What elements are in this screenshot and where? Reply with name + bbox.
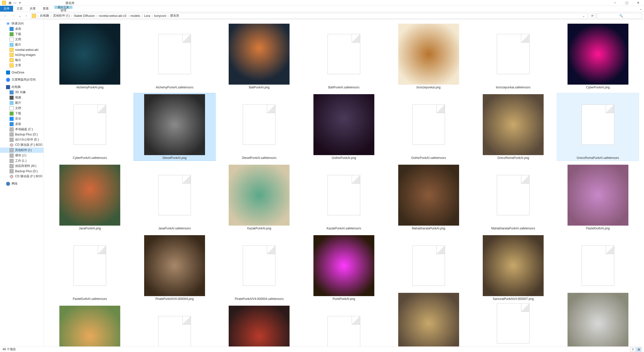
quick-icon — [10, 43, 14, 47]
sidebar-item[interactable]: 输出 — [0, 57, 44, 63]
file-item[interactable]: BaliPunkAI.png — [218, 22, 300, 90]
file-item[interactable]: SamuraiPunkAIv3-000007.png — [472, 234, 554, 302]
file-item[interactable] — [472, 304, 554, 346]
sidebar-item[interactable]: OneDrive — [0, 70, 44, 75]
bc-seg[interactable]: models — [129, 14, 141, 18]
tab-home[interactable]: 主页 — [13, 6, 26, 12]
file-item[interactable] — [557, 304, 639, 346]
file-item[interactable]: SolarpunkAI.png — [49, 304, 131, 346]
sidebar-item[interactable]: 此电脑 — [0, 84, 44, 90]
sidebar-item[interactable]: 设计办公软件 (E:) — [0, 137, 44, 142]
file-item[interactable]: GrecoRomaPunkAI.png — [472, 93, 554, 161]
view-thumbnails[interactable]: ▦ — [636, 347, 641, 352]
file-item[interactable]: AlchemyPunkAI.png — [49, 22, 131, 90]
sidebar-item[interactable]: 图片 — [0, 42, 44, 47]
file-item[interactable]: DieselPunkAI.png — [134, 93, 216, 161]
sidebar-item[interactable]: 百度网盘同步空间 — [0, 77, 44, 82]
file-thumbnail — [398, 235, 459, 296]
file-item[interactable]: PastelGothAI.safetensors — [49, 234, 131, 302]
sidebar-item[interactable]: 工作 (L:) — [0, 158, 44, 163]
sidebar-item[interactable]: 桌面 — [0, 26, 44, 31]
sidebar-item[interactable]: 下载 — [0, 111, 44, 116]
file-item[interactable]: SamuraiPunkAIv3-000007.safetensors — [557, 234, 639, 302]
file-item[interactable]: PiratePunkAIV4-000004.png — [134, 234, 216, 302]
sidebar-item[interactable]: 文章 — [0, 63, 44, 68]
bc-seg[interactable]: 其他软件 (I:) — [52, 14, 71, 18]
file-item[interactable]: SolarpunkAI.safetensors — [134, 304, 216, 346]
nav-back[interactable]: ← — [2, 13, 9, 19]
close-button[interactable]: ✕ — [632, 0, 644, 6]
sidebar-item[interactable]: 下载 — [0, 31, 44, 37]
sidebar-item[interactable]: CD 驱动器 (F:) BOO — [0, 174, 44, 179]
file-item[interactable]: CyberPunkAI.safetensors — [49, 93, 131, 161]
refresh-button[interactable]: ⟳ — [589, 13, 596, 19]
file-item[interactable]: SovietPunkAIv2.safetensors — [303, 304, 385, 346]
file-item[interactable]: CyberPunkAI.png — [557, 22, 639, 90]
sidebar-item[interactable]: 缓存 (J:) — [0, 153, 44, 158]
sidebar-item[interactable]: txt2img-images — [0, 52, 44, 57]
minimize-button[interactable]: ─ — [609, 0, 621, 6]
sidebar-item[interactable]: 音乐 — [0, 116, 44, 121]
file-item[interactable]: bronzepunkai.safetensors — [472, 22, 554, 90]
file-item[interactable]: MahabharataPunkAI.safetensors — [472, 163, 554, 231]
bc-seg[interactable]: 朋克类 — [169, 14, 180, 18]
file-item[interactable]: DieselPunkAI.safetensors — [218, 93, 300, 161]
sidebar-item[interactable]: Backup Plus (D:) — [0, 132, 44, 137]
tab-manage[interactable]: 管理 — [57, 9, 70, 12]
file-item[interactable]: JavaPunkAI.safetensors — [134, 163, 216, 231]
sidebar-item[interactable]: 供应商资料 (M:) — [0, 163, 44, 169]
breadcrumb[interactable]: › 此电脑› 其他软件 (I:)› Stable Diffusion› nove… — [31, 13, 588, 19]
file-item[interactable]: BaliPunkAI.safetensors — [303, 22, 385, 90]
file-item[interactable]: PiratePunkAIV4-000004.safetensors — [218, 234, 300, 302]
file-item[interactable]: PunkPunkAI.safetensors — [387, 234, 470, 302]
nav-recent[interactable]: ⌄ — [18, 13, 22, 19]
file-item[interactable]: GothicPunkAI.png — [303, 93, 385, 161]
bc-seg[interactable]: 此电脑 — [39, 14, 50, 18]
tab-file[interactable]: 文件 — [0, 6, 13, 12]
sidebar-item[interactable]: 3D 对象 — [0, 90, 44, 95]
sidebar-item[interactable]: 桌面 — [0, 121, 44, 127]
nav-up[interactable]: ↑ — [23, 13, 30, 19]
sidebar-item[interactable]: 快速访问 — [0, 21, 44, 26]
file-item[interactable]: GothicPunkAI.safetensors — [387, 93, 470, 161]
qat-new-folder[interactable]: ▭ — [13, 1, 17, 5]
sidebar-item[interactable]: 网络 — [0, 181, 44, 186]
sidebar-item[interactable]: Backup Plus (D:) — [0, 169, 44, 174]
file-item[interactable]: PunkPunkAI.png — [303, 234, 385, 302]
nav-forward[interactable]: → — [10, 13, 17, 19]
sidebar-item[interactable]: 其他软件 (I:) — [0, 148, 44, 153]
bc-seg[interactable]: Stable Diffusion — [73, 14, 96, 18]
file-item[interactable]: GrecoRomaPunkAI.safetensors — [557, 93, 639, 161]
file-item[interactable]: KazakPunkAI.safetensors — [303, 163, 385, 231]
file-item[interactable]: AlchemyPunkAI.safetensors — [134, 22, 216, 90]
file-item[interactable]: JavaPunkAI.png — [49, 163, 131, 231]
search-box[interactable]: 🔍 — [597, 13, 642, 19]
maximize-button[interactable]: ▢ — [621, 0, 632, 6]
breadcrumb-dropdown[interactable]: ⌄ — [580, 13, 587, 19]
bc-seg[interactable]: Lora — [143, 14, 151, 18]
tab-view[interactable]: 查看 — [39, 6, 52, 12]
sidebar-item[interactable]: 文档 — [0, 105, 44, 111]
sidebar-item[interactable]: CD 驱动器 (F:) BOO — [0, 142, 44, 148]
bc-seg[interactable]: novelai-webui-aki-v3 — [98, 14, 127, 18]
tab-share[interactable]: 共享 — [26, 6, 39, 12]
qat-dropdown[interactable]: ▾ — [18, 1, 22, 5]
file-item[interactable]: KazakPunkAI.png — [218, 163, 300, 231]
file-item[interactable]: SovietPunkAIv2.png — [218, 304, 300, 346]
view-details[interactable]: ☰ — [630, 347, 635, 352]
sidebar-item[interactable]: novelai-webui-aki — [0, 47, 44, 52]
file-item[interactable]: MahabharataPunkAI.png — [387, 163, 470, 231]
sidebar-item[interactable]: 视频 — [0, 95, 44, 100]
sidebar-item[interactable]: 图片 — [0, 100, 44, 105]
image-thumbnail — [568, 306, 628, 341]
file-item[interactable]: PastelGothAI.png — [557, 163, 639, 231]
file-item[interactable] — [387, 304, 470, 346]
sidebar-item[interactable]: 本地磁盘 (C:) — [0, 127, 44, 132]
qat-properties[interactable]: ▦ — [8, 1, 12, 5]
file-list[interactable]: AlchemyPunkAI.pngAlchemyPunkAI.safetenso… — [44, 20, 644, 346]
nav-pane: 快速访问桌面下载文档图片novelai-webui-akitxt2img-ima… — [0, 20, 44, 346]
file-item[interactable]: bronzepunkai.png — [387, 22, 470, 90]
sidebar-item[interactable]: 文档 — [0, 37, 44, 42]
ribbon-expand[interactable]: ⌄ — [639, 6, 644, 12]
bc-seg[interactable]: konyconi — [153, 14, 167, 18]
